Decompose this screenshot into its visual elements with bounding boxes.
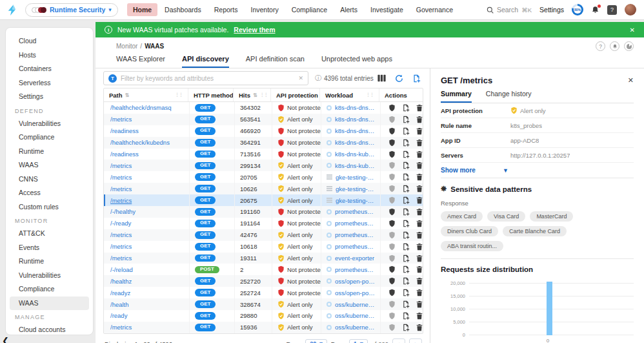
table-row[interactable]: /-/reloadPOST2Not protectedprometheus-en… — [104, 264, 423, 275]
workload-link[interactable]: prometheus-engine/... — [335, 266, 375, 273]
protect-shield-icon[interactable] — [388, 173, 396, 181]
path-link[interactable]: /metrics — [110, 243, 132, 250]
banner-close-icon[interactable]: ✕ — [630, 26, 635, 34]
panel-close-icon[interactable]: ✕ — [628, 76, 634, 85]
table-row[interactable]: /readinessGET466920Not protectedk8s-dns-… — [104, 125, 423, 137]
prev-page-button[interactable]: ‹ — [392, 338, 405, 343]
workload-link[interactable]: oss/kubernetes/core... — [335, 312, 375, 319]
column-resize-grip[interactable]: ⋮⋮ — [366, 92, 374, 98]
protect-shield-icon[interactable] — [388, 208, 396, 216]
workload-link[interactable]: prometheus-engine/... — [335, 208, 375, 215]
page-select[interactable]: 1▾ — [349, 339, 368, 343]
table-row[interactable]: /healthGET328674Alert onlyoss/kubernetes… — [104, 298, 423, 310]
sidebar-item-containers[interactable]: Containers — [10, 62, 89, 76]
col-header-workload[interactable]: Workload⋮⋮ — [320, 88, 379, 101]
sidebar-item-hosts[interactable]: Hosts — [10, 48, 89, 63]
bell-circle-icon[interactable] — [610, 41, 619, 51]
show-more-chevron-icon[interactable]: ▼ — [503, 167, 508, 174]
delete-icon[interactable] — [416, 139, 423, 147]
export-icon[interactable] — [402, 289, 410, 296]
sidebar-item-runtime[interactable]: Runtime — [10, 255, 89, 269]
table-row[interactable]: /metricsGET10626Alert onlygke-testing-cl… — [104, 183, 423, 194]
protect-shield-icon[interactable] — [388, 300, 396, 308]
nav-home[interactable]: Home — [127, 3, 157, 16]
global-search[interactable]: Search ⌘K — [487, 6, 532, 14]
protect-shield-icon[interactable] — [388, 220, 396, 227]
product-selector[interactable]: Runtime Security ▾ — [25, 3, 118, 17]
sidebar-item-att-ck[interactable]: ATT&CK — [10, 227, 89, 241]
show-more-link[interactable]: Show more — [441, 167, 476, 174]
settings-button[interactable]: Settings — [539, 6, 564, 14]
filter-box[interactable]: T ✕ — [103, 71, 308, 85]
tab-waas-explorer[interactable]: WAAS Explorer — [116, 55, 165, 68]
next-page-button[interactable]: › — [409, 338, 422, 343]
table-row[interactable]: /metricsGET299134Alert onlyk8s-dns-kube-… — [104, 160, 423, 171]
delete-icon[interactable] — [416, 196, 423, 204]
col-header-hits[interactable]: Hits⇅⋮⋮ — [234, 88, 271, 101]
sidebar-item-runtime[interactable]: Runtime — [10, 145, 89, 159]
delete-icon[interactable] — [416, 289, 423, 296]
protect-shield-icon[interactable] — [388, 127, 396, 135]
refresh-icon[interactable] — [395, 74, 403, 83]
export-icon[interactable] — [402, 265, 410, 273]
protect-shield-icon[interactable] — [388, 196, 396, 204]
protect-shield-icon[interactable] — [388, 139, 396, 147]
export-icon[interactable] — [402, 243, 410, 251]
path-link[interactable]: /metrics — [110, 174, 132, 181]
rows-per-page-select[interactable]: 20▾ — [305, 339, 327, 343]
path-link[interactable]: /readiness — [110, 127, 139, 134]
protect-shield-icon[interactable] — [388, 265, 396, 273]
notifications-bell-icon[interactable] — [591, 6, 599, 14]
workload-link[interactable]: prometheus-engine/... — [335, 220, 375, 227]
export-icon[interactable] — [402, 277, 410, 285]
panel-tab-change-history[interactable]: Change history — [486, 90, 532, 103]
protect-shield-icon[interactable] — [388, 277, 396, 285]
workload-link[interactable]: oss/open-policy-age... — [335, 289, 375, 296]
delete-icon[interactable] — [416, 265, 423, 273]
workload-link[interactable]: k8s-dns-dnsmasq-na... — [335, 139, 375, 146]
table-row[interactable]: /metricsGET42476Alert onlyprometheus-eng… — [104, 229, 423, 241]
workload-link[interactable]: gke-testing-cluster-... — [336, 174, 375, 181]
workload-link[interactable]: oss/kubernetes/core... — [335, 301, 375, 308]
assistant-circle-icon[interactable] — [624, 41, 634, 51]
delete-icon[interactable] — [416, 173, 423, 181]
col-header-api-protection[interactable]: API protection⇅⋮⋮ — [271, 88, 320, 101]
protect-shield-icon[interactable] — [388, 255, 396, 262]
delete-icon[interactable] — [416, 208, 423, 216]
workload-link[interactable]: k8s-dns-dnsmasq-na... — [335, 104, 375, 111]
filter-input[interactable] — [121, 75, 294, 82]
sidebar-item-settings[interactable]: Settings — [10, 90, 89, 104]
delete-icon[interactable] — [416, 231, 423, 239]
nav-reports[interactable]: Reports — [208, 3, 244, 16]
export-icon[interactable] — [402, 231, 410, 239]
sidebar-item-cnns[interactable]: CNNS — [10, 172, 89, 187]
export-icon[interactable] — [402, 220, 410, 227]
breadcrumb-monitor[interactable]: Monitor — [116, 43, 137, 50]
sidebar-item-waas[interactable]: WAAS — [10, 296, 89, 311]
sidebar-item-cloud-accounts[interactable]: Cloud accounts — [10, 323, 89, 335]
workload-link[interactable]: oss/kubernetes/core... — [335, 324, 375, 331]
sidebar-item-custom-rules[interactable]: Custom rules — [10, 200, 89, 214]
workload-link[interactable]: k8s-dns-dnsmasq-na... — [335, 116, 375, 123]
path-link[interactable]: /metrics — [110, 324, 132, 331]
path-link[interactable]: /ready — [110, 312, 127, 319]
export-csv-icon[interactable] — [412, 74, 421, 83]
delete-icon[interactable] — [416, 220, 423, 227]
prisma-cloud-logo-icon[interactable] — [6, 4, 19, 16]
sidebar-item-vulnerabilities[interactable]: Vulnerabilities — [10, 269, 89, 283]
path-link[interactable]: /-/ready — [110, 220, 131, 227]
export-icon[interactable] — [402, 185, 410, 192]
path-link[interactable]: /-/reload — [110, 266, 133, 273]
workload-link[interactable]: oss/open-policy-age... — [335, 278, 375, 285]
column-resize-grip[interactable]: ⋮⋮ — [175, 92, 183, 98]
workload-link[interactable]: k8s-dns-kube-dns — [335, 162, 375, 169]
workload-link[interactable]: prometheus-engine/... — [335, 243, 375, 250]
table-row[interactable]: /metricsGET20675Alert onlygke-testing-cl… — [104, 194, 423, 206]
delete-icon[interactable] — [416, 127, 423, 135]
path-link[interactable]: /healthz — [110, 278, 132, 285]
protect-shield-icon[interactable] — [388, 324, 396, 331]
protect-shield-icon[interactable] — [388, 312, 396, 320]
nav-compliance[interactable]: Compliance — [286, 3, 333, 16]
col-header-path[interactable]: Path⇅⋮⋮ — [104, 88, 188, 101]
table-row[interactable]: /metricsGET19311Alert onlyevent-exporter — [104, 253, 423, 264]
